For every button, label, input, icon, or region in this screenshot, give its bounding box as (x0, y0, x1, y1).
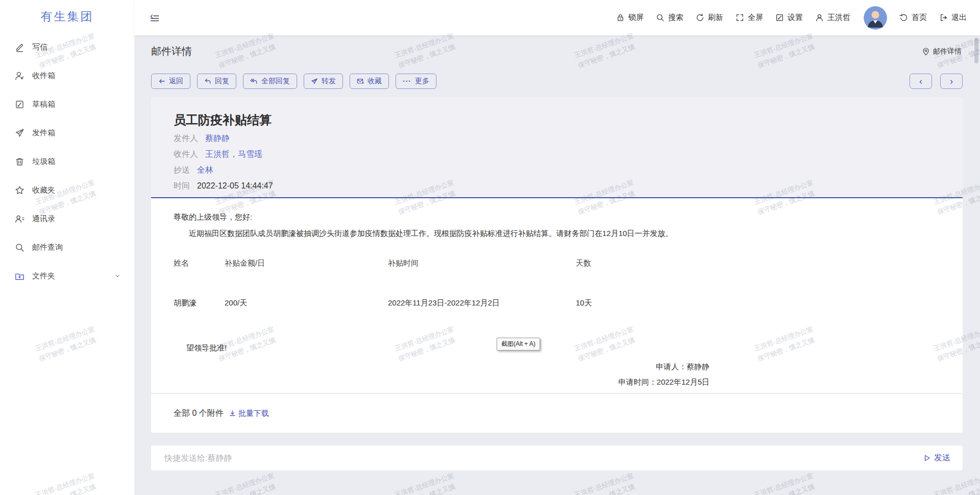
sidebar-item-trash[interactable]: 垃圾箱 (0, 147, 134, 176)
table-header-cell: 补贴金额/日 (225, 257, 388, 269)
contacts-icon (15, 214, 24, 224)
applicant-value: 蔡静静 (687, 362, 709, 371)
mail-body: 尊敬的上级领导，您好: 近期福田区数据团队成员胡鹏濠被抽调沙头街道参加疫情数据处… (151, 198, 963, 393)
to-value[interactable]: 王洪哲，马雪瑶 (205, 149, 262, 160)
home-button[interactable]: 首页 (899, 13, 927, 22)
breadcrumb: 邮件详情 (922, 47, 962, 56)
mail-from-row: 发件人 蔡静静 (174, 133, 963, 144)
time-label: 时间 (174, 180, 190, 192)
scrollbar-thumb[interactable] (974, 38, 978, 63)
sidebar-item-label: 发件箱 (32, 128, 55, 138)
sidebar-item-sent[interactable]: 发件箱 (0, 119, 134, 147)
reply-button[interactable]: 回复 (197, 74, 236, 89)
search-button[interactable]: 搜索 (656, 13, 683, 22)
action-label: 退出 (951, 13, 967, 22)
action-label: 设置 (788, 13, 803, 22)
search-icon (15, 243, 24, 252)
from-label: 发件人 (174, 133, 198, 144)
current-user-button[interactable]: 王洪哲 (815, 13, 850, 22)
mail-paragraph: 近期福田区数据团队成员胡鹏濠被抽调沙头街道参加疫情数据处理工作。现根据防疫补贴标… (174, 228, 940, 239)
next-mail-button[interactable]: › (940, 74, 963, 89)
mail-closing: 望领导批准! (186, 342, 940, 353)
sidebar-item-inbox[interactable]: 收件箱 (0, 61, 134, 90)
send-triangle-icon (923, 454, 931, 462)
lock-icon (616, 13, 625, 22)
mail-card: 员工防疫补贴结算 发件人 蔡静静 收件人 王洪哲，马雪瑶 抄送 全林 时间 20… (151, 98, 963, 433)
reply-icon (204, 78, 211, 85)
more-button[interactable]: ··· 更多 (396, 74, 436, 89)
apply-time-label: 申请时间： (619, 378, 657, 386)
send-icon (15, 128, 24, 138)
breadcrumb-label: 邮件详情 (933, 47, 962, 56)
send-label: 发送 (934, 453, 950, 463)
mail-pager: ‹ › (910, 74, 963, 89)
forward-icon (311, 78, 318, 85)
sidebar-item-compose[interactable]: 写信 (0, 33, 134, 61)
app-logo: 有生集团 (0, 0, 134, 33)
chevron-down-icon[interactable] (114, 272, 121, 279)
sidebar-item-label: 通讯录 (32, 214, 55, 224)
back-arrow-icon (158, 78, 165, 85)
forward-button[interactable]: 转发 (304, 74, 343, 89)
table-cell: 10天 (576, 297, 940, 309)
button-label: 转发 (322, 77, 336, 86)
avatar[interactable] (864, 6, 887, 30)
inbox-icon (15, 71, 24, 81)
cc-value[interactable]: 全林 (197, 164, 213, 176)
settings-icon (775, 13, 784, 22)
mail-header: 员工防疫补贴结算 发件人 蔡静静 收件人 王洪哲，马雪瑶 抄送 全林 时间 20… (151, 98, 963, 198)
mail-to-row: 收件人 王洪哲，马雪瑶 (174, 149, 963, 160)
star-icon (15, 185, 24, 195)
sidebar-item-label: 收藏夹 (32, 185, 55, 195)
mail-toolbar: 返回 回复 全部回复 转发 收藏 ··· 更多 (151, 74, 436, 89)
table-header-cell: 补贴时间 (388, 257, 576, 269)
sidebar-item-label: 文件夹 (32, 271, 55, 281)
batch-download-label: 批量下载 (238, 409, 269, 418)
from-value[interactable]: 蔡静静 (205, 133, 230, 144)
fullscreen-button[interactable]: 全屏 (736, 13, 763, 22)
action-label: 刷新 (708, 13, 723, 22)
send-button[interactable]: 发送 (923, 453, 950, 463)
settings-button[interactable]: 设置 (775, 13, 803, 22)
sidebar-item-folders[interactable]: 文件夹 (0, 262, 134, 290)
refresh-button[interactable]: 刷新 (696, 13, 723, 22)
to-label: 收件人 (174, 149, 198, 160)
favorite-mail-icon (357, 78, 364, 85)
location-pin-icon (922, 48, 930, 56)
more-icon: ··· (403, 79, 411, 84)
applicant-block: 申请人：蔡静静 申请时间：2022年12月5日 (619, 359, 709, 390)
sidebar-item-favorites[interactable]: 收藏夹 (0, 176, 134, 204)
action-label: 首页 (912, 13, 927, 22)
reply-all-button[interactable]: 全部回复 (243, 74, 297, 89)
sidebar-item-contacts[interactable]: 通讯录 (0, 204, 134, 233)
sidebar-item-label: 写信 (32, 42, 47, 52)
search-icon (656, 13, 665, 22)
batch-download-link[interactable]: 批量下载 (229, 409, 269, 418)
mail-time-row: 时间 2022-12-05 14:44:47 (174, 180, 963, 192)
main-content: 邮件详情 邮件详情 返回 回复 全部回复 转发 收藏 ··· 更多 (134, 35, 980, 495)
button-label: 收藏 (368, 77, 382, 86)
folder-icon (15, 271, 24, 281)
sidebar-item-mail-search[interactable]: 邮件查询 (0, 233, 134, 262)
mail-subject: 员工防疫补贴结算 (174, 112, 963, 128)
sidebar-item-drafts[interactable]: 草稿箱 (0, 90, 134, 119)
logout-button[interactable]: 退出 (939, 13, 967, 22)
quick-send-input[interactable] (163, 453, 923, 463)
applicant-line: 申请人：蔡静静 (619, 359, 709, 374)
menu-fold-icon[interactable] (150, 13, 160, 23)
favorite-button[interactable]: 收藏 (350, 74, 389, 89)
draft-icon (15, 100, 24, 109)
action-label: 搜索 (668, 13, 683, 22)
attachments-bar: 全部 0 个附件 批量下载 (151, 393, 963, 433)
sidebar-item-label: 收件箱 (32, 71, 55, 81)
mail-greeting: 尊敬的上级领导，您好: (174, 211, 940, 223)
back-button[interactable]: 返回 (151, 74, 190, 89)
button-label: 全部回复 (261, 77, 290, 86)
button-label: 回复 (215, 77, 229, 86)
screenshot-tooltip: 截图(Alt + A) (497, 338, 540, 350)
time-value: 2022-12-05 14:44:47 (197, 180, 273, 192)
prev-mail-button[interactable]: ‹ (910, 74, 932, 89)
cc-label: 抄送 (174, 164, 190, 176)
home-icon (899, 13, 908, 22)
lock-screen-button[interactable]: 锁屏 (616, 13, 644, 22)
